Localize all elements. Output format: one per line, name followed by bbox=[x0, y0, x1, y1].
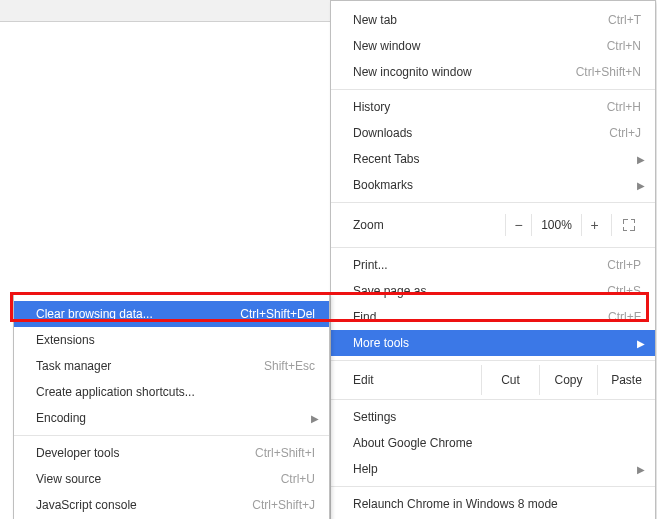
menu-new-tab[interactable]: New tab Ctrl+T bbox=[331, 7, 655, 33]
shortcut: Ctrl+F bbox=[608, 310, 641, 324]
shortcut: Ctrl+H bbox=[607, 100, 641, 114]
label: Help bbox=[353, 462, 641, 476]
shortcut: Ctrl+Shift+J bbox=[252, 498, 315, 512]
submenu-view-source[interactable]: View source Ctrl+U bbox=[14, 466, 329, 492]
separator bbox=[331, 486, 655, 487]
edit-row: Edit Cut Copy Paste bbox=[331, 365, 655, 395]
separator bbox=[331, 399, 655, 400]
menu-downloads[interactable]: Downloads Ctrl+J bbox=[331, 120, 655, 146]
edit-label: Edit bbox=[331, 365, 481, 395]
shortcut: Ctrl+Shift+N bbox=[576, 65, 641, 79]
label: More tools bbox=[353, 336, 641, 350]
chrome-main-menu: New tab Ctrl+T New window Ctrl+N New inc… bbox=[330, 0, 656, 519]
more-tools-submenu: Clear browsing data... Ctrl+Shift+Del Ex… bbox=[13, 294, 330, 519]
submenu-create-shortcuts[interactable]: Create application shortcuts... bbox=[14, 379, 329, 405]
menu-print[interactable]: Print... Ctrl+P bbox=[331, 252, 655, 278]
copy-button[interactable]: Copy bbox=[539, 365, 597, 395]
shortcut: Ctrl+P bbox=[607, 258, 641, 272]
menu-relaunch-win8[interactable]: Relaunch Chrome in Windows 8 mode bbox=[331, 491, 655, 517]
label: Developer tools bbox=[36, 446, 255, 460]
zoom-row: Zoom − 100% + bbox=[331, 207, 655, 243]
zoom-value: 100% bbox=[531, 214, 581, 236]
label: About Google Chrome bbox=[353, 436, 641, 450]
shortcut: Shift+Esc bbox=[264, 359, 315, 373]
separator bbox=[14, 435, 329, 436]
browser-toolbar-stub bbox=[0, 0, 330, 22]
label: New tab bbox=[353, 13, 608, 27]
label: Relaunch Chrome in Windows 8 mode bbox=[353, 497, 641, 511]
zoom-in-button[interactable]: + bbox=[581, 214, 607, 236]
menu-settings[interactable]: Settings bbox=[331, 404, 655, 430]
menu-about[interactable]: About Google Chrome bbox=[331, 430, 655, 456]
submenu-arrow-icon: ▶ bbox=[637, 154, 645, 165]
label: New window bbox=[353, 39, 607, 53]
fullscreen-icon bbox=[623, 219, 635, 231]
label: Encoding bbox=[36, 411, 315, 425]
paste-button[interactable]: Paste bbox=[597, 365, 655, 395]
shortcut: Ctrl+Shift+Del bbox=[240, 307, 315, 321]
fullscreen-button[interactable] bbox=[611, 214, 645, 236]
menu-help[interactable]: Help ▶ bbox=[331, 456, 655, 482]
shortcut: Ctrl+T bbox=[608, 13, 641, 27]
zoom-label: Zoom bbox=[353, 218, 505, 232]
separator bbox=[331, 89, 655, 90]
label: Create application shortcuts... bbox=[36, 385, 315, 399]
menu-more-tools[interactable]: More tools ▶ bbox=[331, 330, 655, 356]
shortcut: Ctrl+U bbox=[281, 472, 315, 486]
label: New incognito window bbox=[353, 65, 576, 79]
shortcut: Ctrl+N bbox=[607, 39, 641, 53]
submenu-arrow-icon: ▶ bbox=[637, 338, 645, 349]
submenu-extensions[interactable]: Extensions bbox=[14, 327, 329, 353]
label: JavaScript console bbox=[36, 498, 252, 512]
label: Downloads bbox=[353, 126, 609, 140]
label: Recent Tabs bbox=[353, 152, 641, 166]
shortcut: Ctrl+S bbox=[607, 284, 641, 298]
zoom-out-button[interactable]: − bbox=[505, 214, 531, 236]
label: Print... bbox=[353, 258, 607, 272]
menu-find[interactable]: Find... Ctrl+F bbox=[331, 304, 655, 330]
submenu-task-manager[interactable]: Task manager Shift+Esc bbox=[14, 353, 329, 379]
label: Task manager bbox=[36, 359, 264, 373]
submenu-arrow-icon: ▶ bbox=[311, 413, 319, 424]
submenu-arrow-icon: ▶ bbox=[637, 464, 645, 475]
separator bbox=[331, 202, 655, 203]
label: Clear browsing data... bbox=[36, 307, 240, 321]
separator bbox=[331, 247, 655, 248]
label: Extensions bbox=[36, 333, 315, 347]
submenu-js-console[interactable]: JavaScript console Ctrl+Shift+J bbox=[14, 492, 329, 518]
label: Save page as... bbox=[353, 284, 607, 298]
label: Bookmarks bbox=[353, 178, 641, 192]
label: History bbox=[353, 100, 607, 114]
separator bbox=[331, 360, 655, 361]
submenu-arrow-icon: ▶ bbox=[637, 180, 645, 191]
shortcut: Ctrl+Shift+I bbox=[255, 446, 315, 460]
menu-history[interactable]: History Ctrl+H bbox=[331, 94, 655, 120]
submenu-encoding[interactable]: Encoding ▶ bbox=[14, 405, 329, 431]
menu-bookmarks[interactable]: Bookmarks ▶ bbox=[331, 172, 655, 198]
menu-save-as[interactable]: Save page as... Ctrl+S bbox=[331, 278, 655, 304]
label: View source bbox=[36, 472, 281, 486]
cut-button[interactable]: Cut bbox=[481, 365, 539, 395]
shortcut: Ctrl+J bbox=[609, 126, 641, 140]
label: Settings bbox=[353, 410, 641, 424]
submenu-clear-browsing-data[interactable]: Clear browsing data... Ctrl+Shift+Del bbox=[14, 301, 329, 327]
menu-new-incognito[interactable]: New incognito window Ctrl+Shift+N bbox=[331, 59, 655, 85]
submenu-developer-tools[interactable]: Developer tools Ctrl+Shift+I bbox=[14, 440, 329, 466]
menu-new-window[interactable]: New window Ctrl+N bbox=[331, 33, 655, 59]
menu-recent-tabs[interactable]: Recent Tabs ▶ bbox=[331, 146, 655, 172]
label: Find... bbox=[353, 310, 608, 324]
